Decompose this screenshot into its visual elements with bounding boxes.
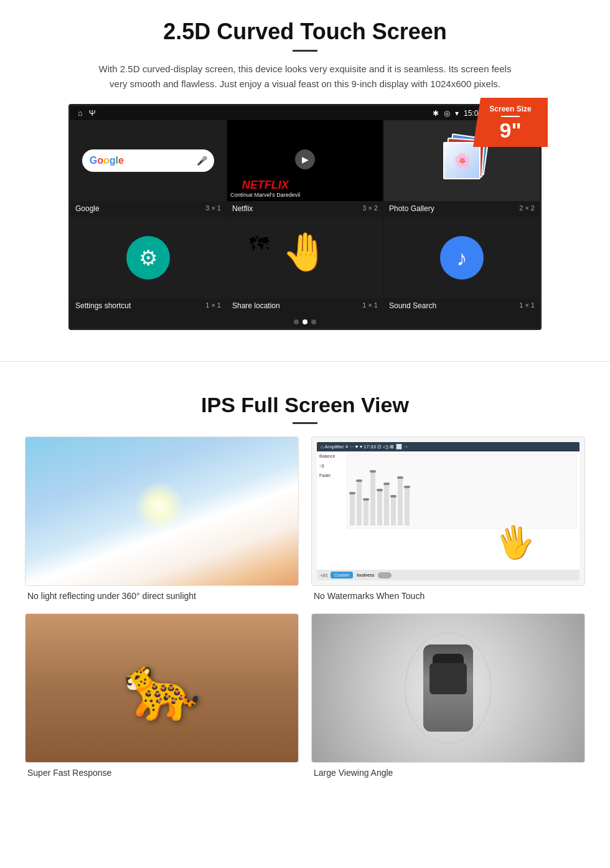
share-location-label: Share location xyxy=(232,301,280,310)
feature-caption-sunlight: No light reflecting under 360° direct su… xyxy=(25,591,299,601)
title-divider-2 xyxy=(293,422,317,424)
app-cell-settings[interactable]: ⚙ Settings shortcut 1 × 1 xyxy=(70,217,226,313)
netflix-title: NETFLIX xyxy=(230,179,300,192)
section-curved-screen: 2.5D Curved Touch Screen With 2.5D curve… xyxy=(0,0,610,342)
google-label: Google xyxy=(75,204,100,213)
amp-balance: Balance xyxy=(319,454,344,458)
status-bar: ⌂ Ψ ✱ ◎ ▾ 15:06 ⊡ ◁) ⊠ ⬜ xyxy=(70,106,540,120)
screen-badge: Screen Size 9" xyxy=(473,98,548,147)
custom-button[interactable]: Custom xyxy=(331,572,353,578)
mic-icon[interactable]: 🎤 xyxy=(197,156,207,166)
car-oval xyxy=(405,632,492,744)
feature-img-watermarks: ⌂ Amplifier ≡ ··· ♥ ▾ 17:33 ⊡ ◁) ⊠ ⬜ → B… xyxy=(311,436,585,586)
feature-caption-angle: Large Viewing Angle xyxy=(311,768,585,778)
settings-grid: 1 × 1 xyxy=(205,301,221,310)
feature-item-sunlight: No light reflecting under 360° direct su… xyxy=(25,436,299,601)
netflix-subtitle: Continue Marvel's Daredevil xyxy=(230,192,300,198)
section1-description: With 2.5D curved-display screen, this de… xyxy=(93,62,517,92)
usb-icon: Ψ xyxy=(89,108,96,118)
amp-labels: Balance ◁) Fader xyxy=(319,454,344,567)
location-icon: ◎ xyxy=(444,109,450,118)
feature-img-sunlight xyxy=(25,436,299,586)
app-grid: Google 🎤 Google 3 × 1 ▶ xyxy=(70,120,540,316)
status-bar-left: ⌂ Ψ xyxy=(78,108,96,118)
settings-icon[interactable]: ⚙ xyxy=(126,236,170,280)
feature-item-angle: Large Viewing Angle xyxy=(311,613,585,778)
netflix-overlay: NETFLIX Continue Marvel's Daredevil xyxy=(230,179,300,198)
amp-bottom: ◁◁ Custom loudness xyxy=(317,570,580,580)
photo-card-3: 🌸 xyxy=(443,142,481,179)
home-icon[interactable]: ⌂ xyxy=(78,108,83,118)
dot-3[interactable] xyxy=(311,319,316,324)
app-cell-sound-search[interactable]: ♪ Sound Search 1 × 1 xyxy=(384,217,540,313)
amp-loudness-label: loudness xyxy=(357,573,374,577)
app-label-google: Google 3 × 1 xyxy=(70,201,226,216)
bluetooth-icon: ✱ xyxy=(433,109,439,118)
app-label-sound-search: Sound Search 1 × 1 xyxy=(384,298,540,313)
app-label-gallery: Photo Gallery 2 × 2 xyxy=(384,201,540,216)
page-dots xyxy=(70,316,540,328)
feature-grid: No light reflecting under 360° direct su… xyxy=(25,436,585,778)
gallery-label: Photo Gallery xyxy=(389,204,434,213)
settings-label: Settings shortcut xyxy=(75,301,131,310)
netflix-grid: 3 × 2 xyxy=(362,204,378,213)
amp-topbar: ⌂ Amplifier ≡ ··· ♥ ▾ 17:33 ⊡ ◁) ⊠ ⬜ → xyxy=(317,442,580,451)
cheetah-icon: 🐆 xyxy=(123,651,201,725)
sound-search-label: Sound Search xyxy=(389,301,436,310)
app-cell-google[interactable]: Google 🎤 Google 3 × 1 xyxy=(70,120,226,216)
car-body xyxy=(423,644,473,732)
app-label-settings: Settings shortcut 1 × 1 xyxy=(70,298,226,313)
section2-title: IPS Full Screen View xyxy=(25,393,585,417)
google-widget[interactable]: Google 🎤 xyxy=(82,149,215,172)
section-ips: IPS Full Screen View No light reflecting… xyxy=(0,380,610,796)
sky-image xyxy=(26,437,298,585)
app-label-netflix: Netflix 3 × 2 xyxy=(227,201,383,216)
play-button[interactable]: ▶ xyxy=(295,149,315,169)
amp-volume: ◁) xyxy=(319,463,344,468)
section1-title: 2.5D Curved Touch Screen xyxy=(37,19,573,45)
feature-img-speed: 🐆 xyxy=(25,613,299,763)
dot-1[interactable] xyxy=(294,319,299,324)
device-screen: ⌂ Ψ ✱ ◎ ▾ 15:06 ⊡ ◁) ⊠ ⬜ xyxy=(68,104,542,330)
sound-search-icon[interactable]: ♪ xyxy=(440,236,484,280)
app-label-share-location: Share location 1 × 1 xyxy=(227,298,383,313)
badge-size: 9" xyxy=(482,120,539,141)
device-wrapper: Screen Size 9" ⌂ Ψ ✱ ◎ ▾ 15:06 ⊡ ◁) ⊠ xyxy=(68,104,542,330)
sound-search-grid: 1 × 1 xyxy=(519,301,535,310)
amp-fader: Fader xyxy=(319,473,344,478)
google-logo: Google xyxy=(90,155,124,166)
feature-img-angle xyxy=(311,613,585,763)
share-location-grid: 1 × 1 xyxy=(362,301,378,310)
netflix-label: Netflix xyxy=(232,204,253,213)
amplifier-image: ⌂ Amplifier ≡ ··· ♥ ▾ 17:33 ⊡ ◁) ⊠ ⬜ → B… xyxy=(312,437,584,585)
car-roof xyxy=(429,663,467,694)
cheetah-image: 🐆 xyxy=(26,614,298,762)
app-cell-netflix[interactable]: ▶ NETFLIX Continue Marvel's Daredevil Ne… xyxy=(227,120,383,216)
dot-2[interactable] xyxy=(303,319,307,324)
title-divider xyxy=(293,50,317,52)
badge-label: Screen Size xyxy=(489,105,531,113)
gallery-grid: 2 × 2 xyxy=(519,204,535,213)
feature-item-speed: 🐆 Super Fast Response xyxy=(25,613,299,778)
hand-touch-icon: 🤚 xyxy=(282,230,329,274)
car-image xyxy=(312,614,584,762)
app-cell-share-location[interactable]: 🗺 🤚 Share location 1 × 1 xyxy=(227,217,383,313)
amp-content: Balance ◁) Fader xyxy=(317,451,580,570)
sun-glow xyxy=(134,481,184,531)
maps-icon: 🗺 xyxy=(249,233,269,256)
amp-nav-left: ◁◁ xyxy=(321,573,327,578)
feature-caption-speed: Super Fast Response xyxy=(25,768,299,778)
amp-title: ⌂ Amplifier ≡ ··· ♥ ▾ 17:33 ⊡ ◁) ⊠ ⬜ → xyxy=(321,444,408,450)
feature-item-watermarks: ⌂ Amplifier ≡ ··· ♥ ▾ 17:33 ⊡ ◁) ⊠ ⬜ → B… xyxy=(311,436,585,601)
loudness-toggle[interactable] xyxy=(378,572,392,578)
feature-caption-watermarks: No Watermarks When Touch xyxy=(311,591,585,601)
wifi-icon: ▾ xyxy=(455,109,459,118)
google-grid: 3 × 1 xyxy=(205,204,221,213)
section-divider xyxy=(0,361,610,362)
eq-bars xyxy=(347,454,577,529)
touch-hand: 🖐 xyxy=(493,521,537,564)
